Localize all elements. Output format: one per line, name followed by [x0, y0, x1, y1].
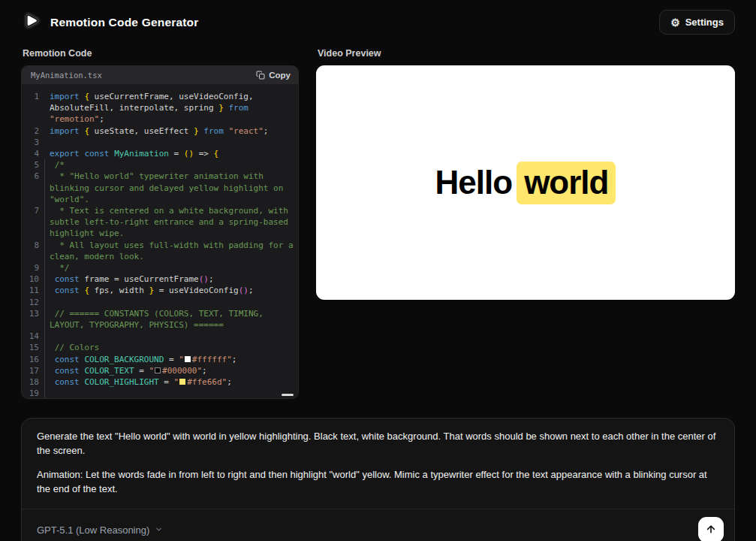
line-number: 17	[25, 365, 44, 376]
preview-text-plain: Hello	[435, 164, 513, 201]
code-lines[interactable]: 1import { useCurrentFrame, useVideoConfi…	[22, 84, 298, 398]
code-line-content: import { useState, useEffect } from "rea…	[44, 125, 294, 137]
line-number: 5	[25, 159, 44, 171]
code-line: 11 const { fps, width } = useVideoConfig…	[25, 285, 294, 296]
preview-text: Helloworld	[435, 164, 616, 201]
brand: Remotion Code Generator	[21, 11, 199, 34]
video-preview: Helloworld	[316, 65, 735, 300]
code-line-content	[44, 331, 294, 342]
color-swatch	[155, 367, 161, 373]
gear-icon: ⚙	[670, 17, 680, 28]
horizontal-scrollbar[interactable]	[282, 394, 294, 396]
code-line-content: */	[44, 262, 294, 274]
code-line-content: import { useCurrentFrame, useVideoConfig…	[44, 91, 294, 125]
prompt-card: Generate the text "Hello world" with wor…	[21, 418, 735, 541]
chevron-down-icon	[155, 524, 163, 536]
code-line-content: /*	[44, 159, 294, 171]
line-number: 15	[25, 342, 44, 353]
settings-button-label: Settings	[685, 17, 724, 28]
code-line: 4export const MyAnimation = () => {	[25, 148, 294, 159]
code-line: 2import { useState, useEffect } from "re…	[25, 125, 294, 137]
copy-button[interactable]: Copy	[256, 71, 291, 80]
line-number: 10	[25, 274, 44, 285]
code-line-content: const frame = useCurrentFrame();	[44, 274, 294, 285]
line-number: 4	[25, 148, 44, 159]
preview-text-highlighted: world	[517, 162, 616, 204]
line-number: 16	[25, 354, 44, 365]
arrow-up-icon	[705, 523, 717, 537]
prompt-section: Generate the text "Hello world" with wor…	[0, 418, 756, 541]
prompt-controls: GPT-5.1 (Low Reasoning)	[22, 509, 734, 541]
code-line: 8 * All layout uses full-width with padd…	[25, 240, 294, 262]
code-line: 14	[25, 331, 294, 342]
line-number: 3	[25, 137, 44, 148]
code-line: 16 const COLOR_BACKGROUND = "#ffffff";	[25, 354, 294, 365]
line-number: 9	[25, 262, 44, 274]
prompt-paragraph: Animation: Let the words fade in from le…	[37, 468, 719, 497]
prompt-input[interactable]: Generate the text "Hello world" with wor…	[22, 419, 734, 509]
line-number: 2	[25, 125, 44, 137]
line-number: 8	[25, 240, 44, 262]
line-number: 7	[25, 205, 44, 240]
code-line: 6 * "Hello world" typewriter animation w…	[25, 171, 294, 205]
line-number: 14	[25, 331, 44, 342]
settings-button[interactable]: ⚙ Settings	[659, 10, 735, 35]
main-content: Remotion Code MyAnimation.tsx Copy 1impo…	[0, 42, 756, 399]
code-line-content: // ====== CONSTANTS (COLORS, TEXT, TIMIN…	[44, 308, 294, 331]
color-swatch	[185, 356, 191, 362]
code-line: 7 * Text is centered on a white backgrou…	[25, 205, 294, 240]
code-line: 17 const COLOR_TEXT = "#000000";	[25, 365, 294, 376]
code-line-content	[44, 388, 294, 398]
line-number: 13	[25, 308, 44, 331]
copy-button-label: Copy	[269, 71, 291, 80]
code-line-content: // Colors	[44, 342, 294, 353]
color-swatch	[179, 379, 185, 385]
preview-section-label: Video Preview	[318, 48, 735, 59]
line-number: 11	[25, 285, 44, 296]
code-section-label: Remotion Code	[23, 48, 299, 59]
code-line: 19	[25, 388, 294, 398]
code-editor: MyAnimation.tsx Copy 1import { useCurren…	[21, 65, 299, 399]
code-line-content: * "Hello world" typewriter animation wit…	[44, 171, 294, 205]
code-line: 15 // Colors	[25, 342, 294, 353]
app-header: Remotion Code Generator ⚙ Settings	[0, 0, 756, 42]
code-line-content: export const MyAnimation = () => {	[44, 148, 294, 159]
line-number: 19	[25, 388, 44, 398]
code-line-content: const COLOR_TEXT = "#000000";	[44, 365, 294, 376]
code-line: 10 const frame = useCurrentFrame();	[25, 274, 294, 285]
code-line: 3	[25, 137, 294, 148]
code-line: 18 const COLOR_HIGHLIGHT = "#ffe66d";	[25, 376, 294, 388]
code-line: 1import { useCurrentFrame, useVideoConfi…	[25, 91, 294, 125]
model-selector[interactable]: GPT-5.1 (Low Reasoning)	[37, 524, 163, 536]
code-filename: MyAnimation.tsx	[31, 71, 102, 80]
page-title: Remotion Code Generator	[50, 16, 199, 29]
model-selector-label: GPT-5.1 (Low Reasoning)	[37, 524, 149, 536]
line-number: 6	[25, 171, 44, 205]
preview-column: Video Preview Helloworld	[316, 42, 735, 300]
line-number: 1	[25, 91, 44, 125]
remotion-logo-icon	[21, 11, 41, 34]
prompt-paragraph: Generate the text "Hello world" with wor…	[37, 430, 719, 458]
code-editor-header: MyAnimation.tsx Copy	[22, 66, 298, 84]
copy-icon	[256, 71, 265, 80]
code-line-content: * All layout uses full-width with paddin…	[44, 240, 294, 262]
line-number: 18	[25, 376, 44, 388]
code-line-content	[44, 297, 294, 308]
code-line-content	[44, 137, 294, 148]
code-line: 12	[25, 297, 294, 308]
code-line-content: const { fps, width } = useVideoConfig();	[44, 285, 294, 296]
code-line-content: const COLOR_HIGHLIGHT = "#ffe66d";	[44, 376, 294, 388]
code-line-content: * Text is centered on a white background…	[44, 205, 294, 240]
code-column: Remotion Code MyAnimation.tsx Copy 1impo…	[21, 42, 299, 399]
line-number: 12	[25, 297, 44, 308]
code-line: 5 /*	[25, 159, 294, 171]
code-line-content: const COLOR_BACKGROUND = "#ffffff";	[44, 354, 294, 365]
code-line: 13 // ====== CONSTANTS (COLORS, TEXT, TI…	[25, 308, 294, 331]
submit-button[interactable]	[698, 517, 724, 541]
code-line: 9 */	[25, 262, 294, 274]
